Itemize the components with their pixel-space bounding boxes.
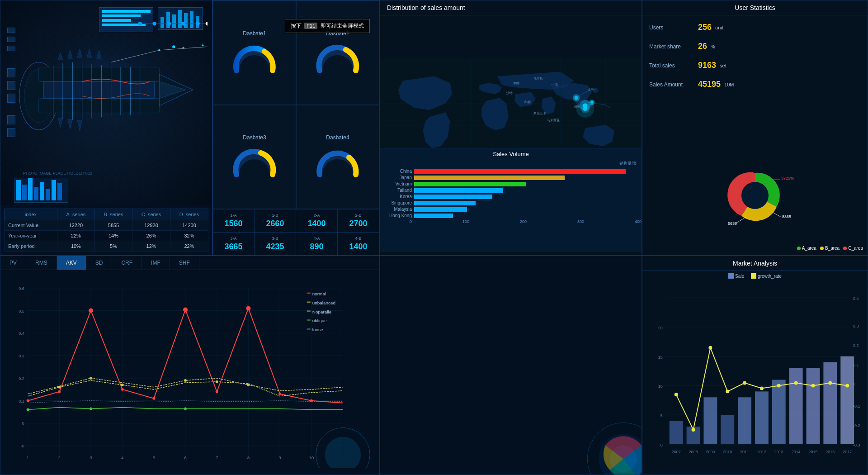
svg-text:中国: 中国	[552, 83, 558, 86]
svg-text:沙特: 沙特	[506, 91, 513, 95]
row-value: 22%	[57, 231, 94, 241]
bar-row: Korea	[385, 194, 637, 199]
svg-text:2010: 2010	[723, 450, 732, 454]
svg-point-123	[183, 308, 188, 312]
stat-unit: 10M	[724, 82, 734, 87]
svg-point-118	[27, 399, 29, 402]
horizontal-bar-chart: ChinaJapanVietnamTailandKoreaSingaporeMa…	[380, 169, 642, 218]
svg-rect-11	[39, 99, 160, 113]
market-analysis-panel: Market Analysis Salegrowth_rate 0 5	[642, 256, 868, 475]
svg-text:俄罗斯: 俄罗斯	[533, 77, 543, 80]
row-value: 26%	[132, 231, 170, 241]
bar-country-label: Hong Kong	[385, 213, 412, 218]
metric-label: 2-B	[355, 213, 361, 218]
stat-label: Users	[649, 24, 694, 31]
user-stat-row: Users256unit	[649, 20, 861, 35]
user-stat-row: Total sales9163set	[649, 58, 861, 73]
col-b: B_series	[94, 209, 132, 220]
svg-point-131	[90, 377, 92, 380]
svg-point-196	[692, 428, 695, 432]
row-value: 10%	[57, 241, 94, 252]
svg-point-35	[183, 47, 184, 49]
metric-label: 3-A	[230, 236, 236, 241]
svg-point-73	[741, 182, 769, 209]
col-index: index	[5, 209, 57, 220]
bar-fill	[414, 207, 467, 212]
row-value: 12220	[57, 220, 94, 231]
svg-point-203	[811, 384, 815, 387]
stat-value: 9163	[698, 61, 716, 70]
bar-country-label: Singapore	[385, 200, 412, 205]
svg-point-41	[167, 22, 171, 26]
map-area: © Mapbox © OpenStreetMap Improve this ma…	[380, 15, 642, 252]
svg-line-79	[773, 213, 781, 217]
metric-value: 1560	[224, 219, 242, 228]
row-value: 12920	[132, 220, 170, 231]
svg-point-133	[247, 384, 250, 386]
bar-row: Tailand	[385, 188, 637, 193]
chart-tab-imf[interactable]: IMF	[142, 256, 170, 270]
svg-point-136	[184, 408, 187, 410]
svg-text:2011: 2011	[740, 450, 749, 454]
legend-item: C_area	[843, 246, 863, 251]
metrics-row-1: 1-A15601-B26602-A14002-B2700	[213, 209, 379, 232]
svg-rect-194	[840, 356, 854, 444]
svg-rect-186	[703, 397, 717, 444]
bar-fill	[414, 182, 526, 186]
col-a: A_series	[57, 209, 94, 220]
bar-fill-wrap	[414, 207, 637, 212]
svg-text:5: 5	[660, 413, 663, 418]
metric-value: 1400	[307, 219, 326, 228]
placeholder-label: PHOTO IMAGE PLACE HOLDER 002	[23, 171, 92, 176]
bar-row: Japan	[385, 175, 637, 180]
svg-text:unbalanced: unbalanced	[312, 300, 335, 305]
gauge-4: Dasbate4	[296, 105, 379, 209]
stat-label: Sales Amount	[649, 81, 694, 88]
svg-point-132	[184, 379, 187, 382]
metric-value: 2700	[349, 219, 367, 228]
chart-tab-rms[interactable]: RMS	[26, 256, 57, 270]
svg-text:2013: 2013	[774, 450, 783, 454]
axis-label: 0	[410, 219, 412, 224]
svg-text:2012: 2012	[757, 450, 766, 454]
tooltip-suffix: 即可结束全屏模式	[321, 23, 364, 29]
svg-text:4: 4	[121, 455, 124, 460]
svg-rect-187	[721, 415, 734, 444]
stat-unit: set	[720, 63, 726, 68]
bottom-bar-chart	[14, 178, 68, 203]
chart-tab-pv[interactable]: PV	[0, 256, 26, 270]
chart-tab-shf[interactable]: SHF	[170, 256, 199, 270]
svg-text:9: 9	[278, 455, 281, 460]
chart-tab-sd[interactable]: SD	[86, 256, 113, 270]
gauge-4-label: Dasbate4	[326, 134, 349, 141]
gauge-2: Dasbate2	[296, 0, 379, 105]
bar-fill-wrap	[414, 201, 637, 205]
axis-label: 100	[462, 219, 469, 224]
svg-text:马来西亚: 马来西亚	[547, 119, 560, 122]
chart-tab-akv[interactable]: AKV	[57, 256, 86, 270]
chart-tab-crf[interactable]: CRF	[112, 256, 142, 270]
user-stat-row: Sales Amount4519510M	[649, 77, 861, 92]
bar-row: Singapore	[385, 200, 637, 205]
bar-fill-wrap	[414, 176, 637, 180]
metric-label: 4-A	[313, 236, 320, 241]
svg-text:loose: loose	[312, 327, 323, 332]
svg-point-205	[845, 384, 849, 387]
svg-text:0.4: 0.4	[853, 296, 859, 301]
bar-fill-wrap	[414, 195, 637, 199]
stat-unit: %	[711, 44, 715, 49]
legend-label: C_area	[848, 246, 863, 251]
svg-rect-143	[307, 320, 311, 321]
svg-point-199	[743, 381, 746, 385]
legend-label: B_area	[825, 246, 840, 251]
svg-point-125	[246, 306, 250, 311]
stat-label: Market share	[649, 43, 694, 50]
svg-rect-190	[772, 380, 786, 444]
bar-country-label: Vietnam	[385, 181, 412, 186]
svg-point-121	[121, 388, 124, 391]
svg-rect-184	[670, 421, 683, 444]
svg-text:2016: 2016	[826, 450, 835, 454]
svg-text:0.3: 0.3	[19, 354, 24, 358]
tooltip-text: 按下	[291, 23, 302, 29]
data-table: index A_series B_series C_series D_serie…	[4, 209, 208, 252]
